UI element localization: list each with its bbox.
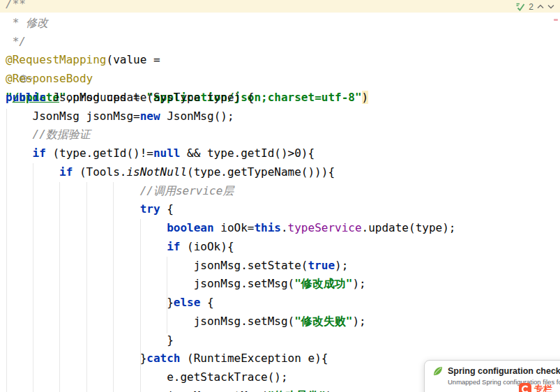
code-line: * 修改 (6, 14, 455, 33)
code-line: } (6, 331, 455, 350)
code-line: public JsonMsg update(SysType type) { (6, 89, 455, 107)
code-line: }catch (RuntimeException e){ (6, 349, 455, 368)
code-line: //数据验证 (6, 126, 455, 144)
code-line: JsonMsg jsonMsg=new JsonMsg(); (6, 107, 455, 126)
scrollbar-warning-marker[interactable] (554, 19, 558, 21)
code-line: }else { (6, 294, 455, 312)
code-line: @RequestMapping(value = "/update",produc… (6, 51, 455, 70)
prev-problem-button[interactable] (537, 4, 544, 9)
code-line: e.getStackTrace(); (6, 368, 455, 387)
inspection-count: 2 (529, 2, 533, 12)
code-line: */ (6, 33, 455, 52)
next-problem-button[interactable] (547, 4, 554, 9)
code-line: @ResponseBody (6, 70, 455, 89)
code-line: if (type.getId()!=null && type.getId()>0… (6, 144, 455, 163)
spring-leaf-icon (433, 366, 443, 376)
notification-title: Spring configuration check (448, 366, 560, 376)
code-line: if (ioOk){ (6, 238, 455, 257)
code-line: /** (6, 0, 455, 14)
ide-editor-window: /** * 修改 */@RequestMapping(value = "/upd… (0, 0, 560, 392)
code-line: if (Tools.isNotNull(type.getTypeName()))… (6, 163, 455, 182)
overlay-label: 专栏 (534, 383, 552, 392)
code-line: try { (6, 200, 455, 219)
code-line: boolean ioOk=this.typeService.update(typ… (6, 219, 455, 238)
csdn-logo[interactable] (519, 383, 531, 392)
code-line: //调用service层 (6, 182, 455, 201)
code-line: jsonMsg.setMsg("修改成功"); (6, 275, 455, 294)
code-line: jsonMsg.setMsg("修改异常"); (6, 387, 455, 392)
code-editor[interactable]: /** * 修改 */@RequestMapping(value = "/upd… (6, 0, 455, 392)
code-line: jsonMsg.setState(true); (6, 257, 455, 276)
typos-ok-icon (515, 2, 525, 11)
floating-overlay-badge[interactable]: 专栏 (519, 383, 552, 392)
code-line: jsonMsg.setMsg("修改失败"); (6, 312, 455, 331)
inspections-widget[interactable]: 2 (515, 1, 554, 12)
